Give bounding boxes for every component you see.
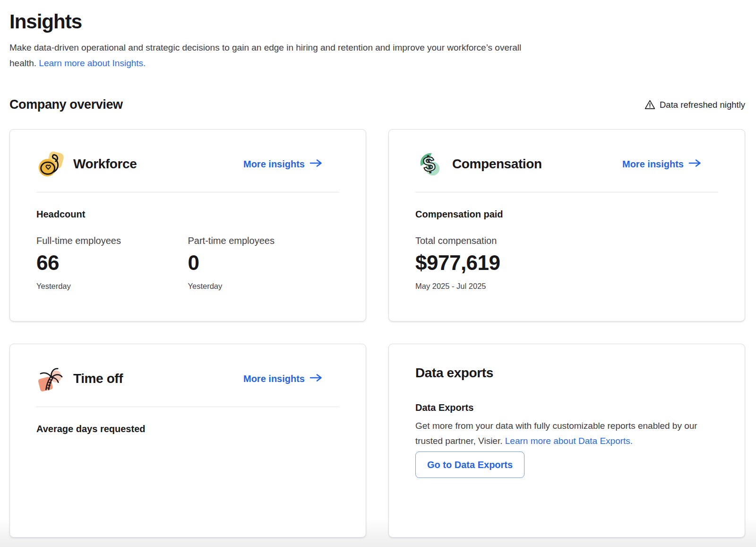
headcount-heading: Headcount (36, 209, 339, 220)
section-title: Company overview (9, 97, 123, 112)
timeoff-card: Time off More insights Average days requ… (9, 344, 366, 538)
refresh-note-text: Data refreshed nightly (660, 100, 745, 110)
more-insights-label: More insights (243, 159, 305, 170)
metric-label: Full-time employees (36, 235, 188, 246)
page-subtitle: Make data-driven operational and strateg… (9, 40, 532, 71)
fulltime-employees-metric: Full-time employees 66 Yesterday (36, 235, 188, 291)
dollar-sign-icon: $ (415, 150, 443, 178)
company-overview-cards: Workforce More insights Headcount Full-t… (9, 129, 745, 538)
page-title: Insights (9, 10, 745, 33)
svg-text:$: $ (421, 152, 437, 176)
data-exports-description: Get more from your data with fully custo… (415, 418, 709, 449)
compensation-card: $ Compensation More insights Compensatio… (388, 129, 745, 321)
metric-value: 0 (188, 251, 340, 275)
arrow-right-icon (309, 373, 322, 384)
learn-more-data-exports-link[interactable]: Learn more about Data Exports. (505, 436, 633, 446)
data-refresh-note: Data refreshed nightly (644, 99, 745, 111)
metric-value: $977,619 (415, 251, 500, 275)
flexed-bicep-icon (36, 150, 64, 178)
metric-value: 66 (36, 251, 188, 275)
card-divider (36, 192, 339, 192)
timeoff-card-header: Time off More insights (36, 365, 339, 392)
insights-page: Insights Make data-driven operational an… (0, 0, 756, 538)
metric-label: Total compensation (415, 235, 500, 246)
workforce-card-title: Workforce (73, 156, 137, 172)
metric-label: Part-time employees (188, 235, 340, 246)
warning-triangle-icon (644, 99, 656, 111)
more-insights-label: More insights (622, 159, 684, 170)
compensation-metrics: Total compensation $977,619 May 2025 - J… (415, 235, 718, 291)
total-compensation-metric: Total compensation $977,619 May 2025 - J… (415, 235, 500, 291)
compensation-card-title: Compensation (452, 156, 542, 172)
metric-caption: Yesterday (36, 282, 188, 291)
compensation-card-header: $ Compensation More insights (415, 150, 718, 178)
compensation-paid-heading: Compensation paid (415, 209, 718, 220)
go-to-data-exports-button[interactable]: Go to Data Exports (415, 451, 524, 478)
workforce-card: Workforce More insights Headcount Full-t… (9, 129, 366, 321)
data-exports-title: Data exports (415, 365, 718, 381)
parttime-employees-metric: Part-time employees 0 Yesterday (188, 235, 340, 291)
palm-tree-icon (36, 365, 64, 392)
average-days-requested-heading: Average days requested (36, 424, 339, 434)
card-divider (415, 192, 718, 192)
learn-more-insights-link[interactable]: Learn more about Insights. (39, 58, 146, 68)
data-exports-subheading: Data Exports (415, 402, 718, 413)
data-exports-card: Data exports Data Exports Get more from … (388, 344, 745, 538)
arrow-right-icon (688, 159, 701, 170)
workforce-more-insights-link[interactable]: More insights (243, 159, 322, 170)
more-insights-label: More insights (243, 373, 305, 384)
timeoff-more-insights-link[interactable]: More insights (243, 373, 322, 384)
company-overview-header: Company overview Data refreshed nightly (9, 97, 745, 112)
headcount-metrics: Full-time employees 66 Yesterday Part-ti… (36, 235, 339, 291)
timeoff-card-title: Time off (73, 371, 123, 386)
metric-caption: Yesterday (188, 282, 340, 291)
arrow-right-icon (309, 159, 322, 170)
compensation-more-insights-link[interactable]: More insights (622, 159, 701, 170)
workforce-card-header: Workforce More insights (36, 150, 339, 178)
card-divider (36, 407, 339, 407)
metric-caption: May 2025 - Jul 2025 (415, 282, 500, 291)
